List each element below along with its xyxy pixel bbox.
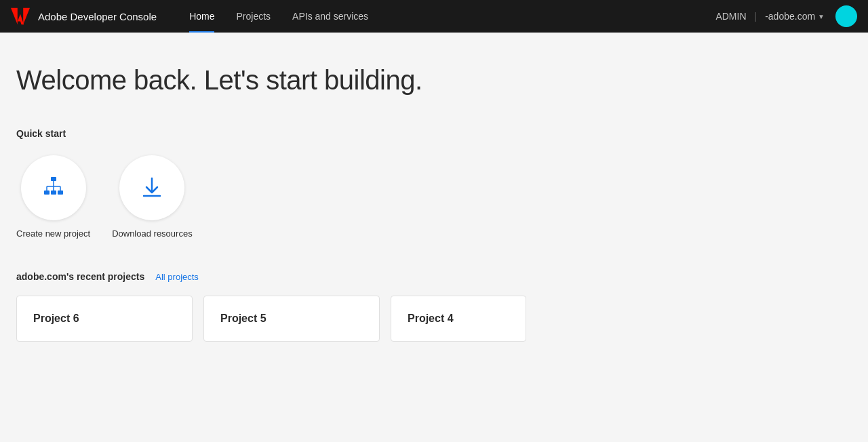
nav-home[interactable]: Home	[178, 0, 225, 33]
download-resources-item[interactable]: Download resources	[112, 155, 193, 239]
download-resources-label: Download resources	[112, 228, 193, 239]
svg-rect-1	[44, 190, 50, 195]
main-content: Welcome back. Let's start building. Quic…	[0, 33, 868, 369]
adobe-logo[interactable]	[11, 7, 30, 26]
adobe-logo-icon	[11, 7, 30, 26]
project-5-title: Project 5	[220, 313, 363, 325]
admin-label: ADMIN	[715, 11, 746, 22]
download-icon-circle	[119, 155, 184, 220]
create-project-label: Create new project	[16, 228, 90, 239]
header: Adobe Developer Console Home Projects AP…	[0, 0, 868, 33]
project-card-4[interactable]: Project 4	[391, 296, 526, 342]
header-right: ADMIN | -adobe.com ▼	[715, 5, 857, 27]
svg-rect-2	[51, 190, 56, 195]
all-projects-link[interactable]: All projects	[155, 272, 199, 282]
org-name: -adobe.com	[765, 11, 815, 22]
header-divider: |	[755, 11, 757, 22]
quick-start-items: Create new project Download resources	[16, 155, 814, 239]
projects-grid: Project 6 Project 5 Project 4	[16, 296, 814, 342]
project-card-5[interactable]: Project 5	[203, 296, 380, 342]
app-title: Adobe Developer Console	[38, 11, 157, 22]
project-4-title: Project 4	[408, 313, 509, 325]
chevron-down-icon: ▼	[818, 13, 825, 20]
nav-apis[interactable]: APIs and services	[281, 0, 379, 33]
create-project-icon-circle	[21, 155, 86, 220]
header-nav: Home Projects APIs and services	[178, 0, 379, 33]
recent-projects-title: adobe.com's recent projects	[16, 271, 144, 282]
quick-start-title: Quick start	[16, 128, 814, 139]
svg-rect-0	[51, 177, 56, 181]
recent-projects-section: adobe.com's recent projects All projects…	[16, 271, 814, 342]
quick-start-section: Quick start	[16, 128, 814, 239]
avatar[interactable]	[835, 5, 857, 27]
download-icon	[140, 176, 164, 200]
project-6-title: Project 6	[33, 313, 176, 325]
svg-rect-3	[58, 190, 63, 195]
welcome-heading: Welcome back. Let's start building.	[16, 65, 814, 96]
org-selector[interactable]: -adobe.com ▼	[765, 11, 825, 22]
header-left: Adobe Developer Console Home Projects AP…	[11, 0, 379, 33]
project-card-6[interactable]: Project 6	[16, 296, 193, 342]
create-new-project-item[interactable]: Create new project	[16, 155, 90, 239]
nav-projects[interactable]: Projects	[225, 0, 281, 33]
new-project-icon	[41, 176, 66, 200]
recent-projects-header: adobe.com's recent projects All projects	[16, 271, 814, 282]
